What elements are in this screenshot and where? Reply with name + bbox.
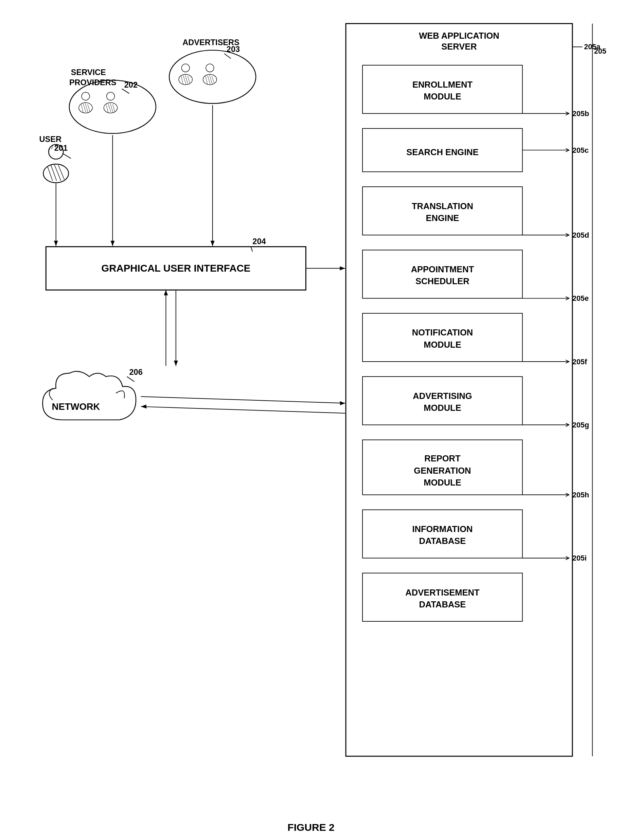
svg-line-70	[88, 104, 90, 112]
svg-line-87	[188, 76, 190, 84]
svg-text:201: 201	[54, 144, 68, 152]
svg-text:205a: 205a	[584, 43, 601, 51]
svg-line-100	[251, 247, 252, 252]
svg-text:MODULE: MODULE	[424, 340, 461, 349]
svg-marker-105	[54, 241, 58, 246]
svg-line-92	[210, 75, 212, 84]
svg-point-89	[203, 75, 217, 85]
svg-line-74	[108, 103, 111, 113]
svg-text:ENGINE: ENGINE	[426, 213, 459, 223]
svg-point-66	[79, 102, 92, 113]
svg-text:205h: 205h	[572, 491, 589, 499]
svg-point-64	[69, 80, 156, 134]
svg-text:203: 203	[227, 45, 240, 54]
svg-line-84	[181, 76, 183, 84]
svg-line-68	[83, 103, 86, 113]
svg-text:REPORT: REPORT	[424, 453, 460, 463]
svg-line-69	[85, 103, 88, 113]
svg-text:SERVICE: SERVICE	[71, 68, 106, 77]
svg-point-50	[49, 144, 63, 159]
svg-text:MODULE: MODULE	[424, 92, 461, 101]
svg-point-83	[179, 75, 192, 85]
svg-text:204: 204	[252, 237, 266, 246]
svg-text:ADVERTISEMENT: ADVERTISEMENT	[405, 588, 480, 597]
svg-point-88	[206, 64, 214, 72]
svg-text:MODULE: MODULE	[424, 403, 461, 412]
svg-line-96	[224, 54, 231, 59]
svg-line-76	[113, 104, 115, 112]
diagram-svg: WEB APPLICATION SERVER 205a 205 ENROLLME…	[14, 14, 608, 813]
svg-line-63	[63, 154, 71, 158]
svg-text:205: 205	[594, 47, 606, 55]
svg-point-72	[104, 102, 117, 113]
svg-point-71	[107, 92, 115, 100]
svg-marker-117	[340, 401, 345, 405]
svg-line-86	[185, 75, 188, 84]
svg-marker-119	[141, 404, 147, 408]
svg-line-80	[122, 89, 130, 94]
svg-text:TRANSLATION: TRANSLATION	[412, 201, 473, 211]
svg-text:USER: USER	[40, 135, 61, 144]
diagram-container: WEB APPLICATION SERVER 205a 205 ENROLLME…	[14, 14, 608, 813]
svg-text:ADVERTISING: ADVERTISING	[413, 391, 472, 401]
svg-line-55	[58, 165, 64, 179]
svg-line-53	[51, 165, 57, 181]
svg-line-103	[127, 377, 134, 382]
svg-marker-115	[340, 266, 345, 270]
svg-line-57	[52, 146, 53, 149]
svg-rect-7	[363, 65, 523, 113]
svg-line-116	[141, 397, 345, 403]
svg-text:ADVERTISERS: ADVERTISERS	[183, 38, 239, 47]
svg-rect-31	[363, 377, 523, 425]
svg-rect-97	[46, 247, 306, 290]
figure-label: FIGURE 2	[287, 822, 334, 833]
svg-line-60	[62, 148, 63, 151]
svg-text:205b: 205b	[572, 110, 589, 118]
svg-text:DATABASE: DATABASE	[419, 600, 466, 609]
svg-text:206: 206	[129, 368, 142, 377]
svg-text:205f: 205f	[572, 358, 587, 366]
svg-line-90	[206, 76, 207, 84]
svg-text:ENROLLMENT: ENROLLMENT	[412, 80, 473, 89]
svg-line-67	[81, 105, 83, 113]
svg-marker-109	[210, 241, 215, 246]
svg-text:WEB APPLICATION: WEB APPLICATION	[419, 31, 499, 40]
svg-text:APPOINTMENT: APPOINTMENT	[411, 265, 474, 274]
svg-marker-107	[111, 241, 115, 246]
svg-text:205e: 205e	[572, 294, 589, 303]
svg-line-93	[212, 76, 214, 84]
svg-line-118	[141, 406, 345, 413]
svg-text:SEARCH ENGINE: SEARCH ENGINE	[406, 148, 479, 157]
svg-text:205g: 205g	[572, 421, 589, 429]
svg-text:INFORMATION: INFORMATION	[412, 524, 473, 534]
svg-point-81	[169, 50, 256, 103]
svg-text:PROVIDERS: PROVIDERS	[69, 78, 116, 87]
svg-text:GRAPHICAL USER INTERFACE: GRAPHICAL USER INTERFACE	[101, 262, 250, 274]
svg-text:SCHEDULER: SCHEDULER	[415, 276, 470, 286]
svg-rect-12	[363, 128, 523, 172]
svg-text:MODULE: MODULE	[424, 478, 461, 487]
svg-text:NOTIFICATION: NOTIFICATION	[412, 328, 473, 337]
svg-text:SERVER: SERVER	[441, 42, 477, 51]
svg-line-56	[49, 148, 50, 150]
figure-caption: FIGURE 2	[287, 822, 334, 833]
svg-point-82	[181, 64, 189, 72]
svg-line-85	[183, 75, 186, 84]
svg-line-91	[207, 75, 210, 84]
svg-text:GENERATION: GENERATION	[414, 466, 471, 475]
svg-point-65	[82, 92, 90, 100]
svg-marker-113	[164, 290, 168, 295]
svg-line-54	[54, 164, 61, 181]
svg-rect-26	[363, 313, 523, 362]
svg-line-59	[59, 146, 60, 149]
svg-text:205d: 205d	[572, 231, 589, 239]
svg-rect-36	[363, 440, 523, 495]
svg-line-52	[47, 167, 53, 181]
svg-rect-16	[363, 187, 523, 235]
svg-rect-42	[363, 510, 523, 558]
svg-marker-111	[174, 361, 178, 366]
svg-rect-0	[346, 23, 572, 756]
svg-text:205i: 205i	[572, 554, 587, 563]
svg-rect-21	[363, 250, 523, 298]
svg-text:202: 202	[124, 81, 137, 89]
